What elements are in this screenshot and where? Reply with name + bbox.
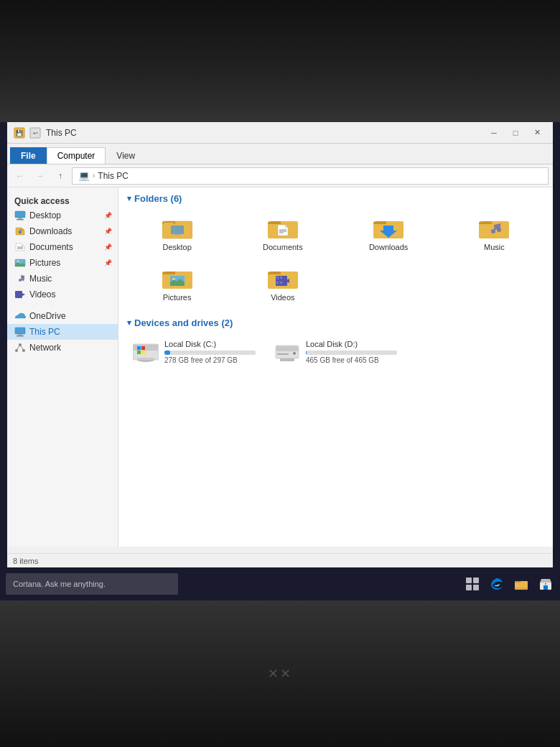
documents-icon (14, 241, 26, 253)
ribbon-tabs: File Computer View (7, 144, 553, 164)
sidebar-videos-label: Videos (29, 289, 55, 300)
folder-pictures-icon (162, 266, 192, 290)
svg-rect-53 (141, 346, 145, 350)
drive-d-info: Local Disk (D:) 465 GB free of 465 GB (306, 340, 397, 364)
folder-videos[interactable]: Videos (233, 261, 332, 306)
nav-bar: ← → ↑ 💻 › This PC (7, 164, 553, 187)
sidebar-downloads-pin: 📌 (104, 228, 112, 235)
sidebar-item-documents[interactable]: Documents 📌 (7, 239, 118, 255)
quick-access-undo-icon: ↩ (29, 126, 42, 139)
folder-documents[interactable]: Documents (233, 211, 332, 256)
folder-desktop-icon (162, 215, 192, 240)
sidebar-item-onedrive[interactable]: OneDrive (7, 308, 118, 324)
drive-c-free: 278 GB free of 297 GB (164, 356, 256, 364)
videos-icon (14, 289, 26, 300)
svg-rect-27 (164, 223, 174, 224)
title-bar: 💾 ↩ This PC ─ □ ✕ (7, 122, 553, 144)
sidebar-thispc-label: This PC (29, 327, 60, 337)
address-bar[interactable]: 💻 › This PC (72, 167, 549, 185)
address-icon: 💻 (78, 170, 90, 181)
tab-view[interactable]: View (106, 147, 146, 164)
folder-pictures[interactable]: Pictures (127, 261, 227, 306)
drive-c-name: Local Disk (C:) (164, 340, 256, 348)
svg-rect-55 (141, 351, 145, 354)
folder-desktop[interactable]: Desktop (127, 211, 227, 256)
sidebar-item-videos[interactable]: Videos (7, 287, 118, 302)
sidebar-item-music[interactable]: Music (7, 271, 118, 287)
svg-rect-29 (174, 234, 180, 236)
sidebar-item-network[interactable]: Network (7, 340, 118, 356)
svg-rect-52 (137, 346, 141, 350)
tab-file[interactable]: File (10, 147, 47, 164)
folder-videos-label: Videos (271, 293, 294, 302)
sidebar-item-downloads[interactable]: Downloads 📌 (7, 223, 118, 239)
svg-rect-48 (280, 277, 282, 279)
music-icon (14, 273, 26, 284)
svg-line-24 (20, 345, 24, 351)
folder-downloads[interactable]: Downloads (339, 211, 439, 256)
drives-section-header: Devices and drives (2) (127, 317, 544, 328)
folder-documents-icon (268, 215, 298, 240)
downloads-icon (14, 226, 26, 237)
svg-point-60 (293, 352, 296, 355)
svg-rect-6 (17, 219, 24, 221)
drive-c-icon (133, 341, 159, 363)
edge-icon[interactable] (488, 575, 505, 593)
forward-button[interactable]: → (32, 167, 49, 185)
svg-rect-57 (137, 358, 154, 360)
back-button[interactable]: ← (11, 167, 29, 185)
folder-downloads-label: Downloads (369, 243, 408, 251)
drive-c-bar (164, 351, 256, 355)
file-explorer-icon[interactable] (513, 575, 530, 593)
svg-point-38 (497, 228, 501, 232)
taskbar-search[interactable]: Cortana. Ask me anything. (6, 573, 178, 595)
sidebar-item-desktop[interactable]: Desktop 📌 (7, 208, 118, 223)
folder-music-icon (479, 215, 509, 240)
drive-c[interactable]: Local Disk (C:) 278 GB free of 297 GB (127, 335, 261, 368)
pictures-icon (14, 257, 26, 269)
minimize-button[interactable]: ─ (484, 125, 504, 141)
drive-d-free: 465 GB free of 465 GB (306, 356, 397, 364)
title-bar-icons: 💾 ↩ (13, 126, 42, 139)
svg-rect-62 (280, 358, 294, 361)
search-placeholder: Cortana. Ask me anything. (13, 580, 106, 588)
store-icon[interactable] (537, 575, 554, 593)
bezel-bottom: ✕✕ (0, 600, 560, 747)
drives-grid: Local Disk (C:) 278 GB free of 297 GB (127, 335, 544, 368)
thispc-icon (14, 326, 26, 338)
svg-text:💾: 💾 (16, 129, 23, 136)
sidebar: Quick access Desktop 📌 (7, 187, 118, 547)
bezel-top (0, 0, 560, 122)
content-area: Quick access Desktop 📌 (7, 187, 553, 547)
sidebar-item-pictures[interactable]: Pictures 📌 (7, 255, 118, 271)
sidebar-item-thispc[interactable]: This PC (7, 324, 118, 340)
svg-rect-49 (280, 282, 282, 284)
taskbar-icons (464, 575, 554, 593)
svg-rect-4 (15, 211, 25, 218)
status-text: 8 items (13, 557, 38, 565)
tab-computer[interactable]: Computer (47, 147, 106, 164)
folder-downloads-icon (373, 215, 403, 240)
close-button[interactable]: ✕ (527, 125, 547, 141)
folder-music[interactable]: Music (444, 211, 544, 256)
sidebar-network-label: Network (29, 343, 61, 353)
folders-section-header: Folders (6) (127, 193, 544, 204)
drive-c-info: Local Disk (C:) 278 GB free of 297 GB (164, 340, 256, 364)
svg-rect-54 (137, 351, 141, 354)
svg-rect-70 (543, 585, 548, 590)
folder-desktop-label: Desktop (162, 243, 191, 251)
svg-rect-15 (15, 291, 22, 298)
sidebar-onedrive-label: OneDrive (29, 311, 66, 321)
sidebar-music-label: Music (29, 274, 52, 284)
up-button[interactable]: ↑ (52, 167, 69, 185)
drive-d[interactable]: Local Disk (D:) 465 GB free of 465 GB (269, 335, 403, 368)
task-view-icon[interactable] (464, 575, 481, 593)
svg-rect-64 (473, 577, 479, 583)
svg-rect-61 (277, 353, 289, 355)
maximize-button[interactable]: □ (505, 125, 526, 141)
svg-rect-63 (466, 577, 472, 583)
laptop-logo: ✕✕ (268, 666, 292, 682)
sidebar-documents-pin: 📌 (104, 243, 112, 251)
folders-grid: Desktop Documents (127, 211, 544, 306)
quick-access-title: Quick access (7, 193, 118, 208)
